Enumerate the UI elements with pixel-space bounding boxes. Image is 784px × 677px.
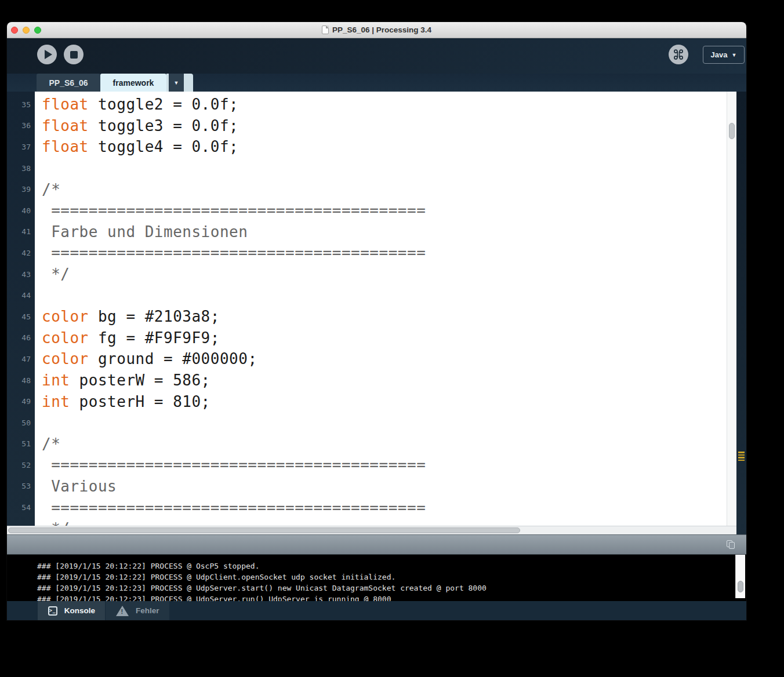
code-line[interactable]: 43 */ — [7, 264, 727, 285]
line-number: 53 — [7, 482, 35, 490]
line-number: 38 — [7, 164, 35, 173]
maximize-button[interactable] — [34, 27, 41, 34]
code-line[interactable]: 51/* — [7, 434, 727, 455]
code-text[interactable]: Various — [35, 478, 727, 495]
code-text[interactable]: /* — [35, 435, 727, 453]
line-number: 49 — [7, 397, 35, 406]
line-number: 47 — [7, 355, 35, 363]
code-line[interactable]: 54 =====================================… — [7, 497, 727, 518]
close-button[interactable] — [11, 27, 18, 34]
code-line[interactable]: 53 Various — [7, 476, 727, 497]
code-text[interactable]: ======================================== — [35, 202, 727, 219]
tab-pp-s6-06[interactable]: PP_S6_06 — [37, 74, 100, 92]
code-line[interactable]: 49int posterH = 810; — [7, 391, 727, 412]
code-text[interactable]: color fg = #F9F9F9; — [35, 329, 727, 347]
code-line[interactable]: 42 =====================================… — [7, 242, 727, 264]
tab-menu-backing: ▼ — [166, 74, 193, 92]
window-title: PP_S6_06 | Processing 3.4 — [322, 26, 431, 34]
debug-butterfly-icon — [672, 48, 685, 61]
code-text[interactable]: ======================================== — [35, 499, 727, 516]
sketch-tabstrip: PP_S6_06 framework ▼ — [7, 74, 746, 92]
code-line[interactable]: 47color ground = #000000; — [7, 348, 727, 370]
line-number: 37 — [7, 143, 35, 151]
desktop-background: PP_S6_06 | Processing 3.4 Ja — [0, 0, 784, 677]
code-line[interactable]: 38 — [7, 158, 727, 179]
code-lines[interactable]: 35float toggle2 = 0.0f;36float toggle3 =… — [7, 92, 727, 534]
chevron-down-icon: ▼ — [174, 80, 179, 86]
horizontal-scrollbar-thumb[interactable] — [8, 527, 520, 533]
line-number: 42 — [7, 249, 35, 257]
play-icon — [45, 50, 52, 59]
line-number: 44 — [7, 291, 35, 300]
stop-icon — [70, 51, 78, 59]
editor-vertical-scrollbar[interactable] — [727, 92, 736, 534]
code-line[interactable]: 41 Farbe und Dimensionen — [7, 221, 727, 243]
line-number: 35 — [7, 100, 35, 109]
code-line[interactable]: 37float toggle4 = 0.0f; — [7, 136, 727, 158]
run-button[interactable] — [37, 45, 57, 64]
code-line[interactable]: 40 =====================================… — [7, 200, 727, 221]
error-marker-strip — [736, 92, 746, 534]
code-text[interactable]: float toggle4 = 0.0f; — [35, 138, 727, 155]
code-text[interactable]: int posterH = 810; — [35, 393, 727, 410]
code-text[interactable]: Farbe und Dimensionen — [35, 223, 727, 241]
warning-markers[interactable] — [738, 452, 745, 461]
code-text[interactable]: float toggle2 = 0.0f; — [35, 96, 727, 113]
line-number: 43 — [7, 270, 35, 279]
line-number: 39 — [7, 185, 35, 194]
document-icon — [322, 26, 329, 34]
tab-fehler[interactable]: ! Fehler — [106, 601, 169, 620]
mode-selector-dropdown[interactable]: Java ▼ — [703, 46, 745, 64]
code-line[interactable]: 39/* — [7, 179, 727, 200]
console-output[interactable]: ### [2019/1/15 20:12:22] PROCESS @ OscP5… — [7, 555, 746, 601]
code-line[interactable]: 44 — [7, 285, 727, 306]
code-text[interactable]: */ — [35, 265, 727, 283]
code-text[interactable]: /* — [35, 181, 727, 198]
line-number: 36 — [7, 121, 35, 130]
processing-ide-window: PP_S6_06 | Processing 3.4 Ja — [7, 22, 746, 620]
console-scrollbar-thumb[interactable] — [738, 581, 743, 592]
console-log-lines: ### [2019/1/15 20:12:22] PROCESS @ OscP5… — [7, 555, 746, 601]
terminal-icon: >_ — [48, 606, 57, 616]
minimize-button[interactable] — [23, 27, 30, 34]
code-line[interactable]: 48int posterW = 586; — [7, 370, 727, 391]
code-text[interactable]: ======================================== — [35, 244, 727, 261]
tab-menu-button[interactable]: ▼ — [169, 74, 184, 92]
window-title-text: PP_S6_06 | Processing 3.4 — [332, 26, 431, 34]
code-line[interactable]: 52 =====================================… — [7, 454, 727, 476]
code-line[interactable]: 35float toggle2 = 0.0f; — [7, 94, 727, 115]
clear-console-icon[interactable] — [727, 540, 736, 549]
code-line[interactable]: 50 — [7, 412, 727, 434]
line-number: 51 — [7, 439, 35, 448]
code-text[interactable]: int posterW = 586; — [35, 372, 727, 389]
toolbar: Java ▼ — [7, 38, 746, 74]
bottom-tab-bar: >_ Konsole ! Fehler — [7, 601, 746, 620]
vertical-scrollbar-thumb[interactable] — [729, 123, 735, 139]
code-text[interactable]: color ground = #000000; — [35, 350, 727, 367]
console-log-line: ### [2019/1/15 20:12:22] PROCESS @ UdpCl… — [37, 572, 746, 583]
code-editor[interactable]: 35float toggle2 = 0.0f;36float toggle3 =… — [7, 92, 746, 534]
line-number: 40 — [7, 206, 35, 215]
window-titlebar[interactable]: PP_S6_06 | Processing 3.4 — [7, 22, 746, 38]
editor-horizontal-scrollbar[interactable] — [7, 526, 736, 534]
code-text[interactable]: float toggle3 = 0.0f; — [35, 117, 727, 134]
console-log-line: ### [2019/1/15 20:12:23] PROCESS @ UdpSe… — [37, 594, 746, 601]
tab-framework[interactable]: framework — [100, 74, 166, 92]
console-log-line: ### [2019/1/15 20:12:22] PROCESS @ OscP5… — [37, 560, 746, 572]
line-number: 48 — [7, 376, 35, 385]
line-number: 52 — [7, 461, 35, 469]
tab-konsole[interactable]: >_ Konsole — [38, 601, 105, 620]
line-number: 50 — [7, 418, 35, 427]
console-scrollbar[interactable] — [735, 555, 745, 598]
code-line[interactable]: 46color fg = #F9F9F9; — [7, 327, 727, 349]
debug-button[interactable] — [669, 45, 688, 64]
chevron-down-icon: ▼ — [732, 52, 737, 58]
code-line[interactable]: 36float toggle3 = 0.0f; — [7, 115, 727, 137]
code-text[interactable]: color bg = #2103a8; — [35, 308, 727, 325]
code-text[interactable]: ======================================== — [35, 456, 727, 474]
stop-button[interactable] — [64, 45, 84, 64]
console-log-line: ### [2019/1/15 20:12:23] PROCESS @ UdpSe… — [37, 583, 746, 594]
line-number: 54 — [7, 503, 35, 512]
console-splitter-bar[interactable] — [7, 534, 746, 555]
code-line[interactable]: 45color bg = #2103a8; — [7, 306, 727, 327]
